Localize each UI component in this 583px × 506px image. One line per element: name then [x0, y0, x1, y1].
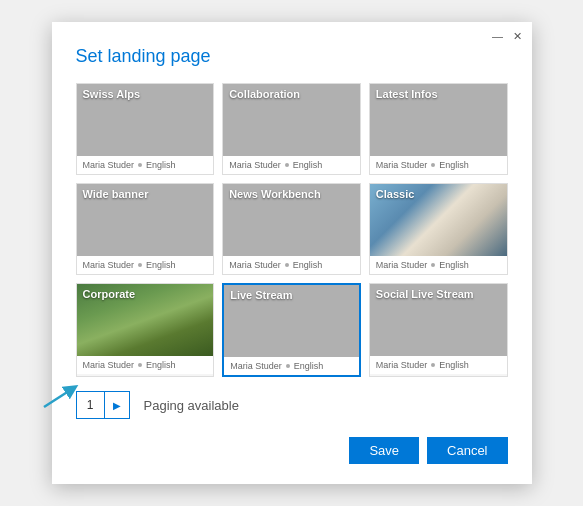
paging-row: 1 ▶ Paging available — [76, 391, 508, 419]
card-language: English — [146, 260, 176, 270]
card-language: English — [439, 260, 469, 270]
card-wide-banner[interactable]: Wide banner Maria Studer English — [76, 183, 215, 275]
svg-line-0 — [44, 389, 72, 407]
card-thumbnail: News Workbench — [223, 184, 360, 256]
card-author: Maria Studer — [83, 160, 135, 170]
card-latest-infos[interactable]: Latest Infos Maria Studer English — [369, 83, 508, 175]
card-author: Maria Studer — [83, 360, 135, 370]
landing-page-grid: Swiss Alps Maria Studer English Collabor… — [76, 83, 508, 377]
minimize-button[interactable]: — — [490, 28, 506, 44]
card-meta: Maria Studer English — [223, 156, 360, 174]
meta-dot — [285, 163, 289, 167]
card-language: English — [293, 260, 323, 270]
paging-area: 1 ▶ Paging available — [76, 391, 508, 419]
card-title: News Workbench — [229, 188, 321, 200]
meta-dot — [138, 163, 142, 167]
card-language: English — [439, 160, 469, 170]
meta-dot — [431, 363, 435, 367]
dialog-footer: Save Cancel — [76, 433, 508, 464]
card-meta: Maria Studer English — [224, 357, 359, 375]
card-social-live-stream[interactable]: Social Live Stream Maria Studer English — [369, 283, 508, 377]
current-page-number: 1 — [77, 392, 105, 418]
meta-dot — [431, 263, 435, 267]
card-thumbnail: Classic — [370, 184, 507, 256]
card-meta: Maria Studer English — [77, 156, 214, 174]
card-thumbnail: Live Stream — [224, 285, 359, 357]
card-author: Maria Studer — [230, 361, 282, 371]
card-meta: Maria Studer English — [370, 156, 507, 174]
card-meta: Maria Studer English — [370, 256, 507, 274]
card-corporate[interactable]: Corporate Maria Studer English — [76, 283, 215, 377]
card-title: Social Live Stream — [376, 288, 474, 300]
save-button[interactable]: Save — [349, 437, 419, 464]
card-thumbnail: Collaboration — [223, 84, 360, 156]
card-author: Maria Studer — [83, 260, 135, 270]
card-meta: Maria Studer English — [223, 256, 360, 274]
card-thumbnail: Wide banner — [77, 184, 214, 256]
close-button[interactable]: ✕ — [510, 28, 526, 44]
card-author: Maria Studer — [229, 160, 281, 170]
next-page-button[interactable]: ▶ — [105, 392, 129, 418]
card-meta: Maria Studer English — [77, 256, 214, 274]
cancel-button[interactable]: Cancel — [427, 437, 507, 464]
set-landing-page-dialog: — ✕ Set landing page Swiss Alps Maria St… — [52, 22, 532, 484]
meta-dot — [285, 263, 289, 267]
card-thumbnail: Social Live Stream — [370, 284, 507, 356]
card-news-workbench[interactable]: News Workbench Maria Studer English — [222, 183, 361, 275]
card-title: Latest Infos — [376, 88, 438, 100]
card-language: English — [439, 360, 469, 370]
meta-dot — [138, 363, 142, 367]
card-meta: Maria Studer English — [370, 356, 507, 374]
dialog-title: Set landing page — [76, 46, 508, 67]
card-thumbnail: Corporate — [77, 284, 214, 356]
card-author: Maria Studer — [376, 160, 428, 170]
card-language: English — [146, 360, 176, 370]
card-thumbnail: Latest Infos — [370, 84, 507, 156]
card-author: Maria Studer — [376, 260, 428, 270]
card-thumbnail: Swiss Alps — [77, 84, 214, 156]
card-language: English — [146, 160, 176, 170]
card-title: Wide banner — [83, 188, 149, 200]
card-title: Collaboration — [229, 88, 300, 100]
card-title: Live Stream — [230, 289, 292, 301]
card-live-stream[interactable]: Live Stream Maria Studer English — [222, 283, 361, 377]
card-collaboration[interactable]: Collaboration Maria Studer English — [222, 83, 361, 175]
card-meta: Maria Studer English — [77, 356, 214, 374]
meta-dot — [286, 364, 290, 368]
card-title: Corporate — [83, 288, 136, 300]
card-swiss-alps[interactable]: Swiss Alps Maria Studer English — [76, 83, 215, 175]
paging-label: Paging available — [144, 398, 239, 413]
card-language: English — [293, 160, 323, 170]
card-author: Maria Studer — [229, 260, 281, 270]
dialog-titlebar: — ✕ — [490, 28, 526, 44]
meta-dot — [138, 263, 142, 267]
paging-arrow-icon — [42, 379, 80, 409]
card-author: Maria Studer — [376, 360, 428, 370]
card-classic[interactable]: Classic Maria Studer English — [369, 183, 508, 275]
meta-dot — [431, 163, 435, 167]
card-title: Swiss Alps — [83, 88, 141, 100]
card-language: English — [294, 361, 324, 371]
card-title: Classic — [376, 188, 415, 200]
paging-control: 1 ▶ — [76, 391, 130, 419]
